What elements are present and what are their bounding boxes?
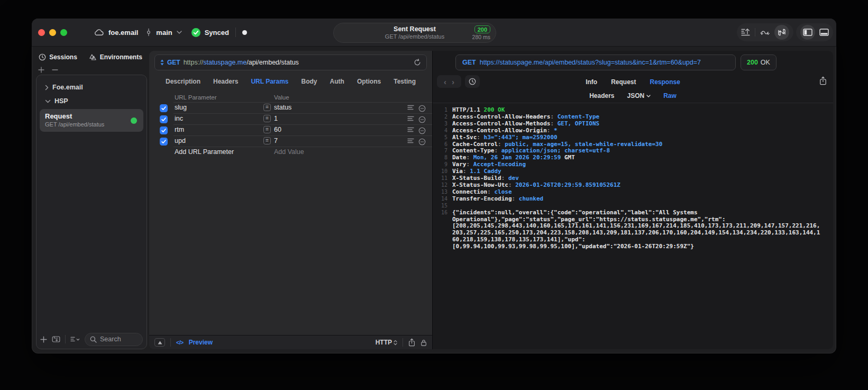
add-item-button[interactable] (40, 336, 47, 343)
param-value[interactable]: 7 (274, 137, 278, 144)
refresh-icon[interactable] (414, 59, 421, 66)
method-selector-icon[interactable] (160, 59, 164, 66)
titlebar: foe.email main Synced Sent Request GET /… (32, 19, 836, 47)
param-name[interactable]: upd (175, 137, 186, 144)
remove-param-icon[interactable] (418, 105, 426, 112)
sent-request-status-pill[interactable]: Sent Request GET /api/embed/status 200 2… (333, 23, 496, 43)
tab-info[interactable]: Info (586, 78, 597, 86)
param-name[interactable]: slug (175, 104, 187, 111)
sidebar-item-request[interactable]: Request GET /api/embed/status (40, 109, 143, 132)
param-value[interactable]: status (274, 104, 291, 111)
expand-panel-button[interactable] (154, 338, 165, 347)
line-number: 10 (436, 168, 447, 175)
line-number: 12 (436, 182, 447, 189)
remove-param-icon[interactable] (418, 116, 426, 123)
sessions-label: Sessions (49, 53, 77, 61)
close-window-button[interactable] (38, 29, 45, 36)
tab-body[interactable]: Body (301, 78, 317, 85)
preview-button[interactable]: Preview (189, 339, 213, 346)
value-type-icon[interactable]: = (263, 137, 271, 144)
tab-description[interactable]: Description (166, 78, 200, 85)
add-value-placeholder[interactable]: Add Value (274, 148, 304, 156)
sort-list-icon[interactable] (70, 337, 80, 342)
remove-param-icon[interactable] (418, 127, 426, 134)
export-response-icon[interactable] (819, 76, 827, 85)
response-status-badge: 200 OK (741, 55, 776, 70)
request-tabs: DescriptionHeadersURL ParamsBodyAuthOpti… (149, 75, 432, 88)
line-number: 4 (436, 128, 447, 134)
param-name[interactable]: inc (175, 115, 183, 122)
param-description-icon[interactable] (407, 105, 414, 112)
param-description-icon[interactable] (407, 127, 414, 134)
tab-sessions[interactable]: Sessions (39, 53, 77, 61)
remove-session-button[interactable] (52, 67, 58, 73)
param-checkbox[interactable] (160, 126, 168, 134)
chevron-down-icon[interactable] (177, 31, 182, 34)
rewrite-loops-icon[interactable] (760, 29, 770, 36)
line-number: 3 (436, 121, 447, 128)
response-tabs: InfoRequestResponse (433, 75, 833, 89)
param-description-icon[interactable] (407, 138, 414, 146)
unsaved-indicator-dot (242, 30, 247, 35)
export-lines-icon[interactable] (741, 28, 751, 37)
minimize-window-button[interactable] (49, 29, 56, 36)
value-type-icon[interactable]: = (263, 126, 271, 133)
response-body[interactable]: 1HTTP/1.1 200 OK2Access-Control-Allow-He… (433, 103, 833, 349)
tab-options[interactable]: Options (357, 78, 381, 85)
line-number: 8 (436, 155, 447, 161)
line-number: 15 (436, 203, 447, 210)
project-name[interactable]: foe.email (108, 29, 138, 37)
tree-item-foe-email[interactable]: Foe.email (40, 80, 143, 94)
response-status-text: OK (761, 59, 770, 66)
line-number: 7 (436, 148, 447, 155)
cloud-icon (94, 29, 104, 36)
add-param-row[interactable]: Add URL Parameter Add Value (149, 147, 432, 159)
param-value[interactable]: 1 (274, 115, 278, 122)
response-url-pill[interactable]: GET https://statuspage.me/api/embed/stat… (455, 55, 736, 70)
line-number: 9 (436, 161, 447, 168)
view-tab-raw[interactable]: Raw (663, 92, 677, 99)
line-number: 14 (436, 196, 447, 203)
search-icon (90, 336, 97, 343)
request-url[interactable]: https://statuspage.me/api/embed/status (184, 59, 299, 66)
request-method[interactable]: GET (167, 59, 180, 66)
http-mode-selector[interactable]: HTTP (376, 339, 397, 346)
new-folder-icon[interactable] (52, 335, 60, 343)
add-param-placeholder[interactable]: Add URL Parameter (175, 148, 234, 156)
value-type-icon[interactable]: = (263, 115, 271, 122)
tab-url-params[interactable]: URL Params (251, 78, 288, 85)
request-url-bar[interactable]: GET https://statuspage.me/api/embed/stat… (154, 55, 427, 70)
toggle-bottom-panel-icon[interactable] (819, 29, 829, 36)
zoom-window-button[interactable] (60, 29, 67, 36)
tab-response[interactable]: Response (650, 78, 680, 86)
chevron-down-icon[interactable] (45, 99, 51, 103)
param-checkbox[interactable] (160, 138, 168, 146)
param-checkbox[interactable] (160, 115, 168, 123)
remove-param-icon[interactable] (418, 138, 426, 146)
branch-name[interactable]: main (156, 29, 172, 37)
lock-icon[interactable] (421, 339, 427, 347)
view-tab-headers[interactable]: Headers (589, 92, 614, 99)
add-session-button[interactable] (38, 67, 44, 73)
app-window: foe.email main Synced Sent Request GET /… (32, 19, 836, 353)
repeat-request-icon[interactable] (774, 25, 789, 40)
tab-environments[interactable]: Environments (89, 53, 142, 61)
param-description-icon[interactable] (407, 116, 414, 123)
search-input[interactable]: Search (85, 333, 143, 346)
tab-auth[interactable]: Auth (330, 78, 344, 85)
param-value[interactable]: 60 (274, 126, 281, 133)
toggle-left-sidebar-icon[interactable] (800, 25, 815, 40)
param-name[interactable]: rtm (175, 126, 184, 133)
share-icon[interactable] (408, 338, 415, 347)
param-checkbox[interactable] (160, 104, 168, 112)
tree-item-hsp[interactable]: HSP (40, 94, 143, 108)
line-number (436, 237, 447, 243)
url-param-row-upd: upd=7 (149, 136, 432, 147)
tab-request[interactable]: Request (611, 78, 636, 86)
view-tab-json[interactable]: JSON (627, 92, 651, 99)
chevron-right-icon[interactable] (45, 85, 49, 90)
traffic-lights (38, 29, 67, 36)
value-type-icon[interactable]: = (263, 104, 271, 111)
tab-testing[interactable]: Testing (394, 78, 416, 85)
tab-headers[interactable]: Headers (213, 78, 238, 85)
